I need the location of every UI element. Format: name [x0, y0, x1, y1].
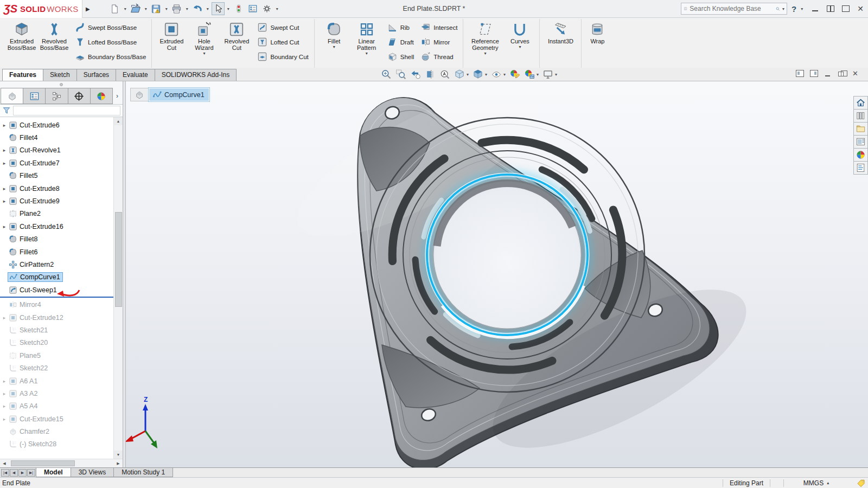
tab-surfaces[interactable]: Surfaces	[76, 69, 116, 81]
fillet-caret-icon[interactable]: ▾	[333, 44, 335, 50]
expand-arrow-icon[interactable]: ▸	[0, 378, 9, 384]
tree-horizontal-scrollbar[interactable]: ◀ ▶	[0, 459, 123, 467]
draft-button[interactable]: Draft	[385, 35, 417, 49]
thread-button[interactable]: Thread	[418, 49, 459, 64]
apply-scene-caret-icon[interactable]: ▾	[537, 72, 539, 77]
undo-caret-icon[interactable]: ▾	[205, 7, 210, 11]
extruded-cut-button[interactable]: ExtrudedCut	[155, 20, 188, 56]
expand-arrow-icon[interactable]: ▸	[0, 123, 9, 128]
curves-caret-icon[interactable]: ▾	[519, 44, 521, 50]
tree-item-sketch22[interactable]: Sketch22	[0, 362, 113, 374]
tree-item-cut-extrude6[interactable]: ▸Cut-Extrude6	[0, 119, 113, 131]
previous-view-icon[interactable]	[410, 69, 421, 80]
tree-item-cut-revolve1[interactable]: ▸Cut-Revolve1	[0, 144, 113, 157]
revolved-boss-base-button[interactable]: RevolvedBoss/Base	[38, 20, 71, 56]
instant3d-button[interactable]: Instant3D	[543, 20, 578, 50]
breadcrumb-part-icon[interactable]	[130, 88, 149, 101]
appearances-icon[interactable]	[853, 148, 868, 162]
tree-item-cut-extrude16[interactable]: ▸Cut-Extrude16	[0, 220, 113, 233]
help-button[interactable]: ?	[790, 4, 797, 14]
expand-arrow-icon[interactable]: ▸	[0, 186, 9, 191]
expand-arrow-icon[interactable]: ▸	[0, 198, 9, 204]
zoom-to-area-icon[interactable]	[395, 69, 406, 80]
close-doc-icon[interactable]: ✕	[852, 70, 860, 77]
end-plate-3d-model[interactable]: Z X	[126, 81, 868, 467]
display-style-caret-icon[interactable]: ▾	[485, 72, 487, 77]
breadcrumb-selected-feature[interactable]: CompCurve1	[149, 88, 209, 101]
open-caret-icon[interactable]: ▾	[143, 7, 149, 11]
tree-item-mirror4[interactable]: Mirror4	[0, 298, 113, 311]
new-document-button[interactable]	[108, 2, 122, 15]
section-view-icon[interactable]	[425, 69, 436, 80]
tree-item-chamfer2[interactable]: Chamfer2	[0, 425, 113, 438]
linear-pattern-button[interactable]: LinearPattern▾	[350, 20, 383, 56]
home-icon[interactable]	[853, 96, 868, 110]
search-caret-icon[interactable]: ▾	[782, 7, 784, 11]
print-button[interactable]	[170, 2, 183, 15]
tree-item-fillet5[interactable]: Fillet5	[0, 170, 113, 182]
tab-features[interactable]: Features	[2, 69, 43, 81]
shell-button[interactable]: Shell	[385, 49, 417, 64]
linear-pattern-caret-icon[interactable]: ▾	[366, 51, 368, 56]
edit-appearance-icon[interactable]	[509, 69, 520, 80]
featuremanager-tab[interactable]	[1, 88, 23, 104]
tab-motion-study-1[interactable]: Motion Study 1	[113, 468, 173, 477]
tree-item-cut-extrude12[interactable]: ▸Cut-Extrude12	[0, 311, 113, 324]
tree-item-cut-extrude8[interactable]: ▸Cut-Extrude8	[0, 182, 113, 195]
tree-item-a6-a1[interactable]: ▸A6 A1	[0, 375, 113, 387]
select-caret-icon[interactable]: ▾	[226, 7, 231, 11]
swept-boss-base-button[interactable]: Swept Boss/Base	[73, 20, 148, 35]
options-gear-button[interactable]	[260, 2, 273, 15]
mirror-button[interactable]: Mirror	[418, 35, 459, 49]
reference-geometry-caret-icon[interactable]: ▾	[484, 51, 486, 56]
tree-item-fillet8[interactable]: Fillet8	[0, 233, 113, 246]
tree-item-sketch21[interactable]: Sketch21	[0, 324, 113, 336]
graphics-viewport[interactable]: Z X CompCurve1	[126, 81, 868, 467]
menu-flyout-arrow-icon[interactable]: ▶	[82, 5, 93, 13]
search-input[interactable]	[690, 5, 774, 12]
hole-wizard-caret-icon[interactable]: ▾	[203, 51, 205, 56]
apply-scene-icon[interactable]	[524, 69, 535, 80]
save-button[interactable]	[150, 2, 163, 15]
minimize-doc-icon[interactable]	[824, 70, 832, 77]
view-settings-caret-icon[interactable]: ▾	[555, 72, 557, 77]
next-tab-icon[interactable]: ▶	[18, 469, 27, 477]
knowledge-base-search[interactable]: ▾	[681, 3, 787, 15]
tree-item-cut-extrude15[interactable]: ▸Cut-Extrude15	[0, 413, 113, 425]
maximize-button[interactable]	[842, 5, 850, 12]
first-tab-icon[interactable]: |◀	[1, 469, 9, 477]
intersect-button[interactable]: Intersect	[418, 20, 459, 35]
tree-item-sketch28[interactable]: (-) Sketch28	[0, 438, 113, 451]
tree-vertical-scrollbar[interactable]: ▲ ▼	[113, 117, 123, 459]
tree-item-cut-extrude9[interactable]: ▸Cut-Extrude9	[0, 195, 113, 207]
close-button[interactable]: ✕	[857, 5, 864, 12]
tab-model[interactable]: Model	[36, 468, 71, 477]
tile-left-icon[interactable]	[796, 70, 804, 77]
tab-sketch[interactable]: Sketch	[43, 69, 77, 81]
search-icon[interactable]	[776, 5, 780, 13]
displaymanager-tab[interactable]	[90, 88, 113, 104]
minimize-button[interactable]	[812, 5, 819, 12]
scroll-left-icon[interactable]: ◀	[0, 461, 9, 466]
fillet-button[interactable]: Fillet▾	[318, 20, 350, 50]
expand-arrow-icon[interactable]: ▸	[0, 147, 9, 153]
swept-cut-button[interactable]: Swept Cut	[255, 20, 310, 35]
new-caret-icon[interactable]: ▾	[123, 7, 128, 11]
save-caret-icon[interactable]: ▾	[164, 7, 169, 11]
rib-button[interactable]: Rib	[385, 20, 417, 35]
tag-icon[interactable]	[856, 479, 866, 487]
options-caret-icon[interactable]: ▾	[275, 7, 280, 11]
tree-item-plane5[interactable]: Plane5	[0, 349, 113, 362]
tile-right-icon[interactable]	[810, 70, 818, 77]
tree-item-sketch20[interactable]: Sketch20	[0, 337, 113, 349]
view-orientation-icon[interactable]	[454, 69, 465, 80]
tree-item-compcurve1-selected[interactable]: CompCurve1	[0, 271, 113, 284]
dimxpertmanager-tab[interactable]	[68, 88, 91, 104]
restore-doc-icon[interactable]	[838, 72, 844, 76]
reference-geometry-button[interactable]: ReferenceGeometry▾	[467, 20, 503, 56]
last-tab-icon[interactable]: ▶|	[27, 469, 35, 477]
boundary-cut-button[interactable]: Boundary Cut	[255, 49, 310, 64]
file-explorer-icon[interactable]	[853, 122, 868, 136]
hide-show-caret-icon[interactable]: ▾	[503, 72, 506, 77]
expand-arrow-icon[interactable]: ▸	[0, 416, 9, 422]
